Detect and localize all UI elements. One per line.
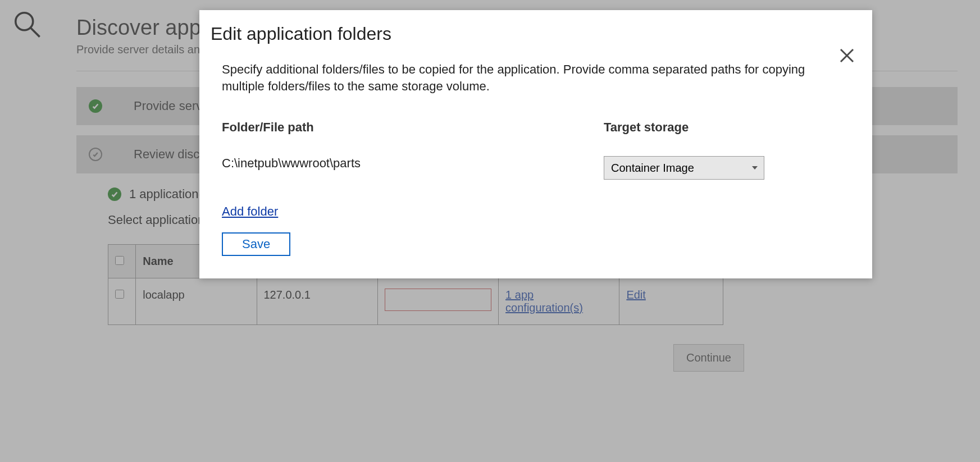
target-storage-wrap: Container Image	[604, 156, 764, 180]
close-button[interactable]	[836, 45, 858, 68]
path-value: C:\inetpub\wwwroot\parts	[222, 156, 361, 170]
target-label: Target storage	[604, 120, 806, 135]
edit-folders-modal: Edit application folders Specify additio…	[199, 10, 872, 278]
add-folder-link[interactable]: Add folder	[222, 204, 278, 219]
modal-title: Edit application folders	[211, 24, 850, 44]
modal-description: Specify additional folders/files to be c…	[222, 61, 812, 94]
target-storage-select[interactable]: Container Image	[604, 156, 764, 180]
form-value-row: C:\inetpub\wwwroot\parts Container Image	[222, 156, 850, 180]
path-label: Folder/File path	[222, 120, 604, 135]
form-header-row: Folder/File path Target storage	[222, 120, 850, 147]
save-button[interactable]: Save	[222, 232, 290, 256]
close-icon	[838, 57, 855, 66]
